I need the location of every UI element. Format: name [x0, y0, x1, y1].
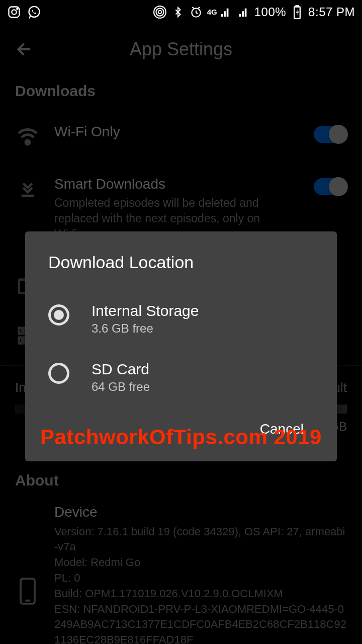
downloads-section-title: Downloads	[0, 74, 362, 110]
status-bar: 4G 100% 8:57 PM	[0, 0, 362, 24]
whatsapp-icon	[27, 5, 41, 19]
page-title: App Settings	[0, 39, 362, 60]
dialog-title: Download Location	[48, 253, 314, 272]
option-sub: 64 GB free	[92, 380, 150, 394]
wifi-icon	[15, 124, 40, 149]
svg-point-14	[22, 330, 24, 332]
app-header: App Settings	[0, 24, 362, 74]
option-sd-card[interactable]: SD Card 64 GB free	[48, 352, 314, 410]
storage-left-label: In	[15, 380, 26, 395]
wifi-only-row[interactable]: Wi-Fi Only	[0, 110, 362, 162]
option-label: Internal Storage	[92, 302, 199, 319]
radio-unselected-icon[interactable]	[48, 363, 69, 384]
about-line-4: ESN: NFANDROID1-PRV-P-L3-XIAOMREDMI=GO-4…	[54, 602, 347, 644]
about-line-0: Version: 7.16.1 build 19 (code 34329), O…	[54, 524, 347, 555]
wifi-only-toggle[interactable]	[314, 126, 347, 143]
svg-point-10	[26, 140, 30, 144]
alarm-icon	[189, 5, 203, 19]
wifi-only-label: Wi-Fi Only	[54, 123, 300, 141]
signal-icon-2	[236, 5, 250, 19]
smart-downloads-toggle[interactable]	[314, 178, 347, 195]
svg-point-4	[158, 11, 161, 14]
signal-icon-1	[218, 5, 232, 19]
watermark-text: PatchworkOfTips.com 2019	[0, 425, 362, 449]
battery-percent: 100%	[254, 5, 286, 19]
hotspot-icon	[153, 5, 167, 19]
about-device-block: Device Version: 7.16.1 build 19 (code 34…	[0, 499, 362, 644]
about-device-title: Device	[54, 504, 347, 520]
svg-rect-9	[296, 5, 299, 7]
svg-point-1	[12, 10, 16, 14]
svg-rect-8	[294, 7, 300, 19]
clock-time: 8:57 PM	[308, 5, 355, 19]
phone-icon	[15, 534, 40, 644]
instagram-icon	[7, 5, 21, 19]
bluetooth-icon	[171, 5, 185, 19]
battery-charging-icon	[290, 5, 304, 19]
about-section-title: About	[0, 464, 362, 499]
about-line-1: Model: Redmi Go	[54, 555, 347, 571]
svg-point-15	[22, 339, 24, 341]
radio-selected-icon[interactable]	[48, 304, 69, 326]
svg-point-2	[17, 8, 18, 9]
option-label: SD Card	[92, 361, 150, 378]
about-line-3: Build: OPM1.171019.026.V10.2.9.0.OCLMIXM	[54, 586, 347, 602]
option-internal-storage[interactable]: Internal Storage 3.6 GB free	[48, 293, 314, 352]
network-4g-label: 4G	[207, 8, 217, 16]
svg-point-5	[156, 8, 163, 16]
download-icon	[15, 176, 40, 201]
about-line-2: PL: 0	[54, 571, 347, 586]
smart-downloads-label: Smart Downloads	[54, 175, 300, 193]
option-sub: 3.6 GB free	[92, 321, 199, 336]
